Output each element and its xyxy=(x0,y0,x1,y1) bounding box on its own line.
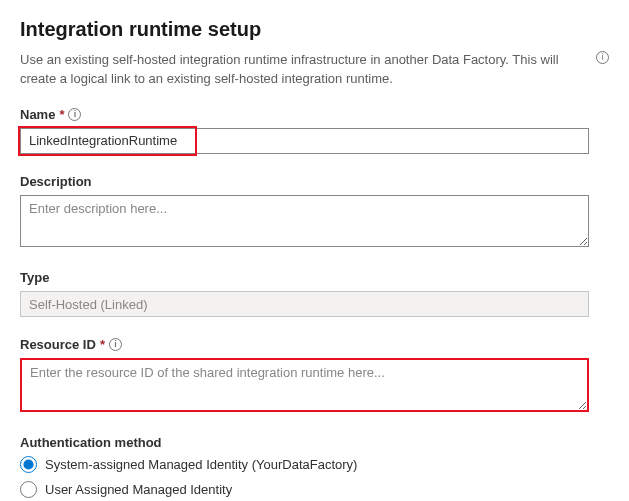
resource-id-label-text: Resource ID xyxy=(20,337,96,352)
type-label-text: Type xyxy=(20,270,49,285)
auth-method-label-text: Authentication method xyxy=(20,435,162,450)
description-label-text: Description xyxy=(20,174,92,189)
name-label-text: Name xyxy=(20,107,55,122)
auth-method-label: Authentication method xyxy=(20,435,609,450)
auth-option-system[interactable]: System-assigned Managed Identity (YourDa… xyxy=(20,456,609,473)
auth-method-field: Authentication method System-assigned Ma… xyxy=(20,435,609,498)
page-title: Integration runtime setup xyxy=(20,18,609,41)
type-field: Type Self-Hosted (Linked) xyxy=(20,270,609,317)
auth-radio-system[interactable] xyxy=(20,456,37,473)
auth-option-user-label: User Assigned Managed Identity xyxy=(45,482,232,497)
name-field: Name * i xyxy=(20,107,609,154)
description-input[interactable] xyxy=(20,195,589,247)
name-label: Name * i xyxy=(20,107,609,122)
type-value: Self-Hosted (Linked) xyxy=(20,291,589,317)
resource-id-field: Resource ID * i xyxy=(20,337,609,415)
type-label: Type xyxy=(20,270,609,285)
page-subtitle: Use an existing self-hosted integration … xyxy=(20,51,590,89)
info-icon[interactable]: i xyxy=(109,338,122,351)
required-asterisk: * xyxy=(59,107,64,122)
name-input[interactable] xyxy=(20,128,589,154)
description-field: Description xyxy=(20,174,609,250)
auth-radio-user[interactable] xyxy=(20,481,37,498)
auth-radio-group: System-assigned Managed Identity (YourDa… xyxy=(20,456,609,498)
auth-option-system-label: System-assigned Managed Identity (YourDa… xyxy=(45,457,357,472)
info-icon[interactable]: i xyxy=(596,49,609,64)
resource-id-input[interactable] xyxy=(20,358,589,412)
resource-id-label: Resource ID * i xyxy=(20,337,609,352)
info-icon[interactable]: i xyxy=(68,108,81,121)
required-asterisk: * xyxy=(100,337,105,352)
description-label: Description xyxy=(20,174,609,189)
auth-option-user[interactable]: User Assigned Managed Identity xyxy=(20,481,609,498)
